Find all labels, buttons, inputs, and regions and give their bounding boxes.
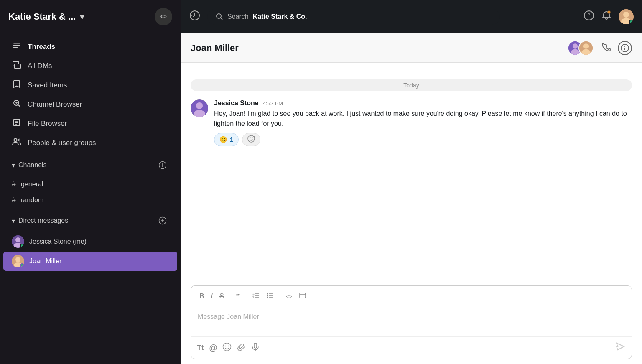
workspace-chevron: ▾	[80, 12, 84, 22]
chat-header: Joan Miller	[181, 33, 642, 63]
bold-button[interactable]: B	[197, 291, 207, 302]
toolbar-sep-2	[246, 292, 246, 300]
chat-header-actions	[568, 41, 632, 56]
help-button[interactable]: ?	[583, 10, 594, 23]
reaction-smile[interactable]: 😊 1	[214, 133, 239, 146]
quote-button[interactable]: “”	[234, 291, 242, 301]
composer-toolbar: B I S “” 1.2.3. <>	[191, 286, 632, 307]
channel-browser-icon	[12, 99, 22, 109]
file-browser-icon	[12, 118, 22, 129]
format-text-button[interactable]: Tt	[197, 344, 204, 352]
svg-line-6	[18, 105, 20, 107]
channels-chevron: ▾	[12, 161, 15, 169]
svg-point-69	[225, 345, 226, 346]
svg-point-39	[571, 49, 579, 55]
chat-title: Joan Miller	[191, 43, 239, 53]
channel-general-label: general	[21, 181, 43, 188]
message-header-1: Jessica Stone 4:52 PM	[214, 99, 632, 107]
composer-actions: Tt @	[191, 336, 632, 359]
main-area: Search Katie Stark & Co. ? ✦ Joan Miller	[181, 0, 642, 364]
search-prefix: Search	[227, 13, 249, 20]
joan-miller-avatar	[12, 255, 24, 267]
date-divider: Today	[191, 79, 632, 91]
send-button[interactable]	[615, 341, 626, 354]
add-channel-button[interactable]	[156, 159, 169, 171]
attach-button[interactable]	[237, 342, 246, 354]
voice-button[interactable]	[251, 342, 260, 354]
svg-rect-66	[300, 293, 306, 298]
date-label: Today	[191, 79, 632, 91]
svg-point-63	[267, 293, 268, 295]
svg-point-42	[581, 49, 590, 55]
saved-items-label: Saved Items	[28, 81, 67, 89]
joan-miller-name: Joan Miller	[29, 257, 61, 265]
svg-point-47	[196, 102, 203, 109]
svg-point-70	[228, 345, 229, 346]
sidebar-item-threads[interactable]: Threads	[3, 37, 177, 56]
composer: B I S “” 1.2.3. <> Message Joan	[181, 280, 642, 364]
add-reaction-button[interactable]	[242, 133, 260, 146]
code-button[interactable]: <>	[283, 292, 295, 301]
history-button[interactable]	[189, 10, 201, 24]
channel-random-label: random	[21, 196, 43, 204]
search-bar[interactable]: Search Katie Stark & Co.	[207, 9, 500, 25]
compose-button[interactable]: ✏	[155, 8, 172, 25]
saved-items-icon	[12, 80, 22, 90]
sidebar-item-saved-items[interactable]: Saved Items	[3, 76, 177, 94]
sidebar-item-file-browser[interactable]: File Browser	[3, 114, 177, 133]
participant-avatar-2	[578, 41, 594, 56]
strikethrough-button[interactable]: S	[217, 291, 227, 302]
emoji-button[interactable]	[222, 342, 232, 354]
svg-point-28	[217, 14, 221, 18]
workspace-name[interactable]: Katie Stark & ... ▾	[8, 11, 84, 22]
notification-button[interactable]: ✦	[601, 10, 612, 23]
file-browser-label: File Browser	[28, 120, 67, 128]
message-content-1: Jessica Stone 4:52 PM Hey, Joan! I'm gla…	[214, 99, 632, 146]
svg-point-41	[583, 43, 588, 48]
svg-point-65	[267, 297, 268, 298]
chat-participants[interactable]	[568, 41, 594, 56]
ordered-list-button[interactable]: 1.2.3.	[250, 290, 262, 303]
jessica-stone-avatar	[12, 235, 24, 248]
svg-rect-0	[13, 43, 20, 44]
message-reactions-1: 😊 1	[214, 133, 632, 146]
italic-button[interactable]: I	[209, 291, 215, 302]
code-block-button[interactable]	[296, 290, 309, 303]
message-input[interactable]: Message Joan Miller	[191, 307, 632, 336]
unordered-list-button[interactable]	[264, 290, 276, 303]
channels-section-title: ▾ Channels	[12, 161, 47, 169]
svg-point-13	[14, 139, 17, 142]
mention-button[interactable]: @	[209, 343, 217, 353]
svg-text:3.: 3.	[252, 296, 255, 298]
sidebar: Katie Stark & ... ▾ ✏ Threads All DMs Sa…	[0, 0, 181, 364]
dm-jessica-stone[interactable]: Jessica Stone (me)	[3, 232, 177, 251]
jessica-stone-name: Jessica Stone (me)	[29, 238, 87, 245]
sidebar-item-people-groups[interactable]: People & user groups	[3, 133, 177, 152]
toolbar-sep-3	[280, 292, 280, 300]
all-dms-icon	[12, 61, 22, 71]
channels-section-header[interactable]: ▾ Channels	[3, 155, 177, 176]
dm-joan-miller[interactable]: Joan Miller	[3, 252, 177, 271]
svg-line-29	[221, 18, 223, 20]
people-groups-icon	[12, 137, 22, 148]
svg-point-38	[573, 43, 578, 48]
composer-box: B I S “” 1.2.3. <> Message Joan	[191, 285, 632, 359]
add-dm-button[interactable]	[156, 214, 169, 227]
hash-icon: #	[12, 196, 16, 204]
svg-rect-4	[15, 64, 20, 69]
sidebar-nav: Threads All DMs Saved Items Channel Brow…	[0, 33, 181, 364]
message-sender-1: Jessica Stone	[214, 99, 259, 107]
channel-general[interactable]: # general	[3, 176, 177, 192]
user-status-dot	[629, 20, 633, 24]
dm-section-header[interactable]: ▾ Direct messages	[3, 210, 177, 231]
reaction-emoji: 😊	[219, 136, 227, 143]
info-button[interactable]	[618, 41, 632, 55]
svg-rect-2	[13, 47, 18, 48]
threads-icon	[12, 41, 22, 52]
channel-random[interactable]: # random	[3, 192, 177, 208]
user-avatar[interactable]	[619, 9, 634, 24]
message-avatar-jessica	[191, 99, 208, 117]
sidebar-item-all-dms[interactable]: All DMs	[3, 56, 177, 75]
sidebar-item-channel-browser[interactable]: Channel Browser	[3, 95, 177, 114]
call-button[interactable]	[600, 41, 611, 55]
